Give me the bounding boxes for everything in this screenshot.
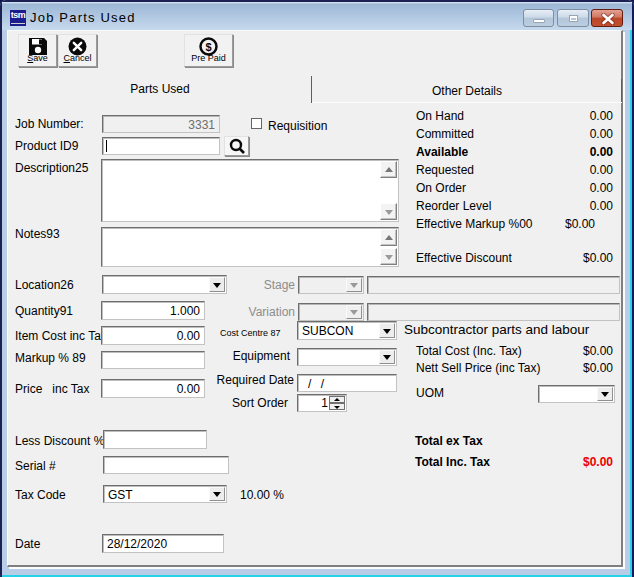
svg-text:$: $ (205, 41, 211, 53)
